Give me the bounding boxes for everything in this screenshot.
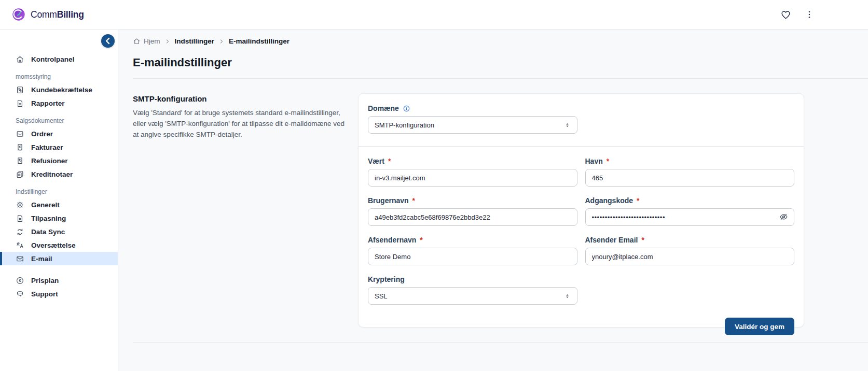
username-input[interactable] [368, 208, 577, 226]
encryption-field-group: Kryptering SSL [368, 275, 577, 305]
port-field-group: Havn* [585, 157, 795, 187]
sidebar-item-label: Refusioner [31, 157, 68, 165]
password-input[interactable] [585, 208, 795, 226]
validate-and-save-button[interactable]: Validér og gem [725, 318, 794, 335]
required-asterisk: * [388, 157, 391, 165]
home-icon [16, 55, 24, 64]
divider [359, 146, 804, 147]
breadcrumb-home-link[interactable]: Hjem [133, 37, 160, 45]
toggle-password-visibility-button[interactable] [779, 212, 789, 222]
breadcrumb: Hjem Indstillinger E-mailindstillinger [133, 37, 868, 45]
sidebar-item-label: Kreditnotaer [31, 170, 73, 178]
sidebar-item-label: Oversættelse [31, 241, 76, 249]
sidebar-item-label: Rapporter [31, 99, 65, 107]
sidebar-item-refusioner[interactable]: Refusioner [0, 154, 118, 167]
brand-name: CommBilling [31, 9, 84, 20]
translate-icon [16, 241, 24, 250]
encryption-label: Kryptering [368, 275, 577, 283]
required-asterisk: * [412, 196, 415, 205]
sidebar-collapse-button[interactable] [101, 34, 115, 48]
sidebar-item-generelt[interactable]: Generelt [0, 198, 118, 211]
svg-text:€: € [19, 145, 21, 148]
sidebar-item-label: Data Sync [31, 228, 65, 236]
sidebar-item-label: Kontrolpanel [31, 55, 74, 63]
main-content: Hjem Indstillinger E-mailindstillinger E… [118, 30, 868, 371]
sidebar: Kontrolpanel momsstyring Kundebekræftels… [0, 30, 118, 371]
sidebar-item-kundebekraeftelse[interactable]: Kundebekræftelse [0, 83, 118, 96]
sidebar-item-email[interactable]: E-mail [0, 252, 118, 265]
sidebar-section-salgsdokumenter: Salgsdokumenter [0, 110, 118, 127]
username-field-group: Brugernavn* [368, 196, 577, 226]
domain-select[interactable]: SMTP-konfiguration [368, 116, 577, 134]
password-label: Adgangskode* [585, 196, 795, 205]
topbar: CommBilling [0, 0, 868, 30]
sidebar-item-kontrolpanel[interactable]: Kontrolpanel [0, 52, 118, 66]
sidebar-item-prisplan[interactable]: € Prisplan [0, 274, 118, 287]
mail-gear-icon [16, 254, 24, 263]
port-input[interactable] [585, 169, 795, 187]
sender-name-field-group: Afsendernavn* [368, 236, 577, 265]
required-asterisk: * [607, 157, 609, 165]
sidebar-item-label: Tilpasning [31, 215, 66, 222]
sidebar-item-oversaettelse[interactable]: Oversættelse [0, 238, 118, 252]
sidebar-item-label: E-mail [31, 255, 52, 263]
sender-email-input[interactable] [585, 248, 795, 265]
host-field-group: Vært* [368, 157, 577, 187]
section-info: SMTP-konfiguration Vælg 'Standard' for a… [133, 93, 358, 327]
sender-email-field-group: Afsender Email* [585, 236, 795, 265]
breadcrumb-item-indstillinger[interactable]: Indstillinger [175, 37, 215, 45]
section-description: Vælg 'Standard' for at bruge systemets s… [133, 108, 351, 140]
home-icon [133, 37, 141, 45]
sidebar-item-kreditnotaer[interactable]: Kreditnotaer [0, 167, 118, 181]
percent-doc-icon [16, 85, 24, 94]
chevron-right-icon [218, 38, 225, 45]
doc-gear-icon [16, 214, 24, 223]
sidebar-item-label: Kundebekræftelse [31, 86, 92, 94]
select-stepper-icon [564, 293, 571, 299]
breadcrumb-item-current: E-mailindstillinger [229, 37, 290, 45]
sidebar-item-fakturaer[interactable]: € Fakturaer [0, 140, 118, 154]
nav-gap [0, 265, 118, 274]
copy-doc-icon [16, 170, 24, 179]
sender-name-label: Afsendernavn* [368, 236, 577, 244]
host-input[interactable] [368, 169, 577, 187]
kebab-menu-icon[interactable] [805, 10, 814, 19]
svg-text:€: € [19, 278, 21, 283]
receipt-euro-icon: € [16, 143, 24, 152]
required-asterisk: * [420, 236, 422, 244]
sender-email-label: Afsender Email* [585, 236, 795, 244]
euro-circle-icon: € [16, 276, 24, 285]
chevron-right-icon [164, 38, 171, 45]
sidebar-item-label: Fakturaer [31, 144, 63, 151]
password-field-group: Adgangskode* [585, 196, 795, 226]
receipt-return-icon [16, 156, 24, 165]
sidebar-item-tilpasning[interactable]: Tilpasning [0, 211, 118, 225]
divider [133, 78, 868, 79]
brand-logo[interactable]: CommBilling [0, 7, 84, 22]
sender-name-input[interactable] [368, 248, 577, 265]
chat-icon [16, 290, 24, 298]
section-title: SMTP-konfiguration [133, 94, 351, 103]
sidebar-item-rapporter[interactable]: Rapporter [0, 96, 118, 110]
domain-label: Domæne [368, 104, 794, 112]
favorites-heart-icon[interactable] [780, 9, 791, 20]
sidebar-item-ordrer[interactable]: Ordrer [0, 127, 118, 140]
sidebar-section-momsstyring: momsstyring [0, 66, 118, 83]
encryption-select[interactable]: SSL [368, 287, 577, 305]
smtp-form-card: Domæne SMTP-konfiguration Vært* Havn* [358, 93, 804, 327]
encryption-select-value: SSL [375, 292, 388, 300]
gear-icon [16, 201, 24, 209]
username-label: Brugernavn* [368, 196, 577, 205]
sidebar-item-support[interactable]: Support [0, 287, 118, 301]
document-icon [16, 99, 24, 108]
sidebar-item-label: Prisplan [31, 277, 59, 284]
select-stepper-icon [564, 122, 571, 129]
divider [133, 342, 868, 343]
inbox-icon [16, 130, 24, 138]
sidebar-item-label: Ordrer [31, 130, 53, 138]
sidebar-section-indstillinger: Indstillinger [0, 181, 118, 198]
brand-logo-icon [11, 7, 26, 22]
sidebar-item-data-sync[interactable]: Data Sync [0, 225, 118, 238]
info-icon[interactable] [403, 105, 410, 112]
eye-off-icon [779, 212, 789, 222]
